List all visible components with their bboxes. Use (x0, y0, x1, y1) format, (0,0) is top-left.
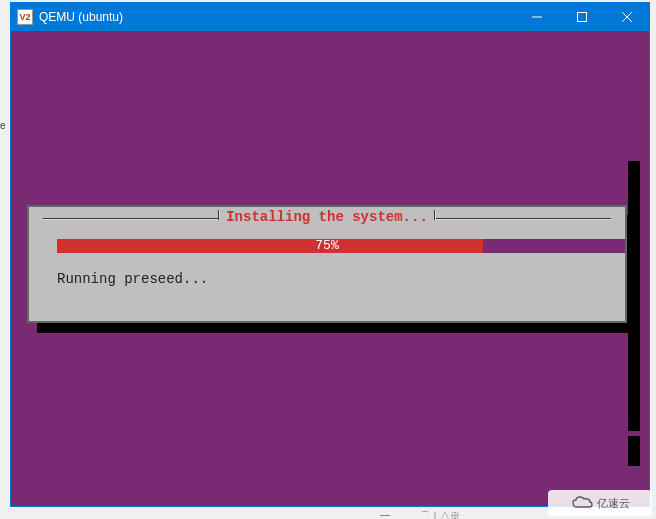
vm-display: Installing the system... 75% Running pre… (11, 31, 649, 506)
watermark: 亿速云 (548, 490, 652, 516)
window-titlebar[interactable]: V2 QEMU (ubuntu) (11, 3, 649, 31)
qemu-window: V2 QEMU (ubuntu) Installing the system..… (10, 2, 650, 507)
window-controls (514, 3, 649, 31)
vnc-icon: V2 (17, 9, 33, 25)
progress-percent-label: 75% (29, 239, 625, 253)
background-fragment (628, 436, 640, 466)
watermark-text: 亿速云 (597, 496, 630, 511)
close-button[interactable] (604, 3, 649, 31)
svg-rect-1 (577, 13, 586, 22)
dialog-title-bar: Installing the system... (29, 213, 625, 225)
bottom-fragments: — ⌒｜△※ (380, 509, 500, 519)
window-title: QEMU (ubuntu) (39, 10, 514, 24)
maximize-button[interactable] (559, 3, 604, 31)
edge-fragment: e (0, 120, 8, 132)
cloud-icon (571, 496, 593, 510)
status-message: Running preseed... (57, 271, 208, 287)
dialog-title: Installing the system... (220, 209, 434, 225)
background-fragment (628, 161, 640, 431)
minimize-button[interactable] (514, 3, 559, 31)
installer-dialog: Installing the system... 75% Running pre… (27, 205, 627, 323)
